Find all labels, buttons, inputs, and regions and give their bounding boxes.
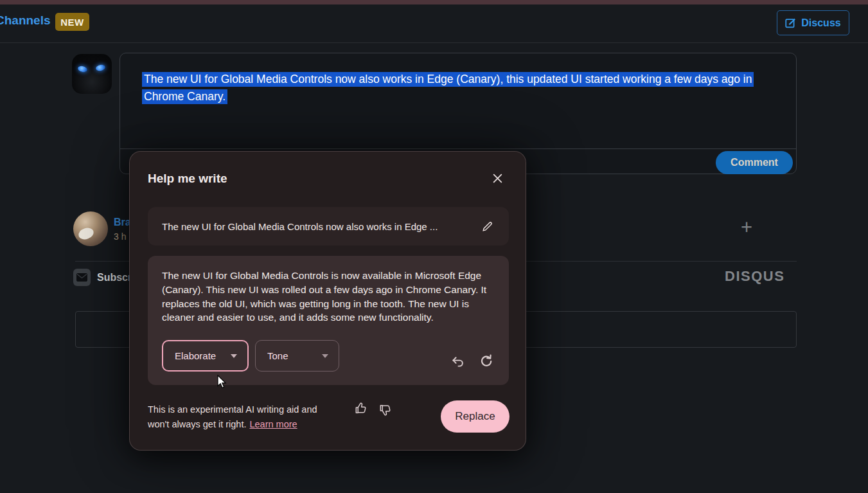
channels-link[interactable]: Channels — [0, 13, 51, 28]
comment-input[interactable]: The new UI for Global Media Controls now… — [142, 71, 787, 105]
regenerate-button[interactable] — [479, 354, 494, 369]
subscribe-label: Subscr — [97, 272, 132, 283]
comment-timestamp[interactable]: 3 h — [114, 231, 126, 242]
page: Channels NEW Discuss The new UI for Glob… — [0, 0, 868, 493]
comment-author-avatar[interactable] — [73, 211, 108, 246]
learn-more-link[interactable]: Learn more — [249, 419, 297, 429]
selected-text: The new UI for Global Media Controls now… — [142, 72, 754, 104]
replace-button[interactable]: Replace — [441, 400, 509, 433]
cat-eye-icon — [95, 64, 106, 72]
undo-arrow-icon — [450, 354, 465, 369]
redo-arrow-icon — [479, 354, 494, 369]
x-icon — [492, 172, 508, 184]
discuss-label: Discuss — [801, 17, 840, 29]
generated-text-box: The new UI for Global Media Controls is … — [148, 256, 509, 385]
disclaimer: This is an experimental AI writing aid a… — [148, 402, 341, 432]
comment-button[interactable]: Comment — [716, 151, 793, 174]
dialog-title: Help me write — [148, 172, 227, 186]
envelope-icon — [73, 269, 91, 286]
pencil-icon[interactable] — [481, 220, 493, 233]
chevron-down-icon — [322, 354, 328, 358]
rewrite-option-label: Elaborate — [175, 350, 216, 361]
subscribe-control[interactable]: Subscr — [73, 269, 132, 286]
comment-author-name[interactable]: Bra — [114, 217, 131, 228]
disclaimer-line2: won't always get it right. — [148, 419, 246, 429]
chevron-down-icon — [231, 354, 237, 358]
prompt-preview[interactable]: The new UI for Global Media Controls now… — [148, 207, 509, 246]
thumb-down-icon — [378, 402, 393, 417]
thumbs-up-button[interactable] — [353, 401, 368, 416]
top-accent-strip — [0, 0, 868, 4]
header-divider — [0, 42, 868, 43]
undo-button[interactable] — [450, 354, 465, 369]
commenter-avatar — [72, 54, 112, 94]
thumb-up-icon — [353, 401, 368, 416]
prompt-preview-text: The new UI for Global Media Controls now… — [162, 221, 474, 232]
tone-label: Tone — [267, 350, 288, 361]
plus-icon[interactable]: + — [741, 216, 752, 239]
new-badge: NEW — [55, 13, 89, 31]
compose-icon — [785, 17, 796, 28]
rewrite-option-dropdown[interactable]: Elaborate — [162, 340, 249, 372]
tone-dropdown[interactable]: Tone — [255, 340, 339, 372]
cat-eye-icon — [77, 65, 88, 73]
disqus-logo[interactable]: DISQUS — [725, 268, 784, 285]
discuss-button[interactable]: Discuss — [777, 10, 849, 35]
generated-text: The new UI for Global Media Controls is … — [162, 269, 499, 325]
mouse-cursor — [217, 375, 228, 392]
help-me-write-dialog: Help me write The new UI for Global Medi… — [129, 151, 526, 451]
disclaimer-line1: This is an experimental AI writing aid a… — [148, 404, 317, 415]
close-button[interactable] — [492, 170, 508, 186]
thumbs-down-button[interactable] — [378, 402, 393, 417]
